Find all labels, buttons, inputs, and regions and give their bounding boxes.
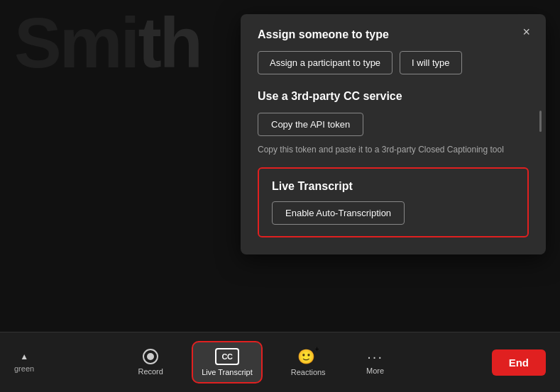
assign-type-modal: × Assign someone to type Assign a partic… — [241, 14, 546, 254]
record-icon — [143, 349, 158, 364]
record-label: Record — [138, 367, 163, 376]
toolbar-right: End — [492, 349, 546, 376]
end-button[interactable]: End — [492, 349, 546, 376]
enable-auto-transcription-button[interactable]: Enable Auto-Transcription — [272, 201, 405, 225]
live-transcript-tool[interactable]: CC Live Transcript — [192, 341, 263, 383]
reactions-icon: 🙂+ — [297, 348, 319, 365]
bottom-toolbar: ▲ green Record CC Live Transcript 🙂+ Rea… — [0, 332, 560, 392]
toolbar-center: Record CC Live Transcript 🙂+ Reactions ·… — [34, 341, 492, 383]
assign-participant-button[interactable]: Assign a participant to type — [258, 51, 392, 74]
live-transcript-section: Live Transcript Enable Auto-Transcriptio… — [258, 167, 529, 237]
cc-service-section: Use a 3rd-party CC service Copy the API … — [258, 90, 529, 156]
assign-type-buttons: Assign a participant to type I will type — [258, 51, 529, 74]
more-tool[interactable]: ··· More — [354, 344, 397, 381]
chevron-up-icon: ▲ — [20, 352, 28, 362]
modal-scrollbar[interactable] — [539, 111, 542, 132]
live-transcript-title: Live Transcript — [272, 180, 515, 193]
toolbar-left: ▲ green — [14, 352, 34, 373]
record-icon-inner — [147, 353, 154, 360]
cc-icon: CC — [215, 348, 239, 365]
modal-close-button[interactable]: × — [518, 24, 534, 40]
reactions-label: Reactions — [291, 368, 326, 376]
i-will-type-button[interactable]: I will type — [400, 51, 461, 74]
copy-token-helper-text: Copy this token and paste it to a 3rd-pa… — [258, 143, 529, 156]
assign-someone-title: Assign someone to type — [258, 28, 529, 41]
record-tool[interactable]: Record — [129, 343, 172, 381]
more-label: More — [366, 366, 384, 375]
more-icon: ··· — [367, 349, 383, 364]
live-transcript-label: Live Transcript — [202, 368, 253, 376]
cc-service-title: Use a 3rd-party CC service — [258, 90, 529, 103]
copy-api-token-button[interactable]: Copy the API token — [258, 113, 363, 136]
reactions-tool[interactable]: 🙂+ Reactions — [282, 342, 334, 382]
screen-label: green — [14, 364, 34, 373]
